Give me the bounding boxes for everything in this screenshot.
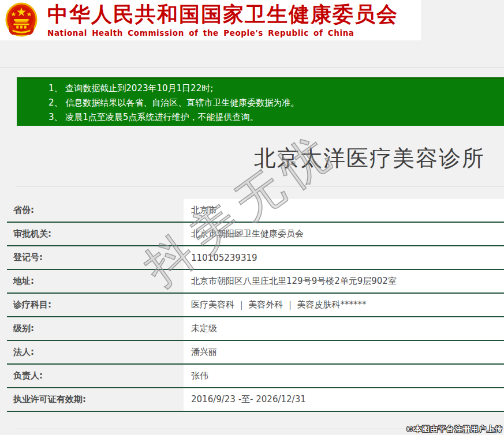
uploader-copyright-overlay: ©本图由平台注册用户上传 [406,424,503,434]
table-row: 登记号: 110105239319 [7,246,504,270]
row-label-approval-authority: 审批机关: [7,223,184,245]
row-value-registration-number: 110105239319 [184,246,504,269]
row-value-approval-authority: 北京市朝阳区卫生健康委员会 [184,223,504,245]
org-name-english: National Health Commission of the People… [47,28,398,38]
row-label-clinical-departments: 诊疗科目: [7,294,184,316]
header-titles: 中华人民共和国国家卫生健康委员会 National Health Commiss… [47,3,398,38]
table-row: 执业许可证有效期: 2016/9/23 -至- 2026/12/31 [7,388,504,412]
row-value-legal-person: 潘兴丽 [184,341,504,363]
table-row: 省份: 北京市 [7,199,504,223]
table-row: 法人: 潘兴丽 [7,341,504,365]
table-top-divider [16,186,504,187]
row-value-province: 北京市 [184,199,504,222]
row-label-license-validity: 执业许可证有效期: [7,388,184,411]
row-label-person-in-charge: 负责人: [7,365,184,387]
notice-line-1: 1、 查询数据截止到2023年10月1日22时; [48,81,498,96]
table-row: 审批机关: 北京市朝阳区卫生健康委员会 [7,223,504,246]
row-value-person-in-charge: 张伟 [184,365,504,387]
header-divider [0,68,504,68]
table-row: 地址: 北京市朝阳区八里庄北里129号9号楼2单元9层902室 [7,270,504,294]
site-header: 中华人民共和国国家卫生健康委员会 National Health Commiss… [0,0,421,40]
row-label-province: 省份: [7,199,184,222]
clinic-details-table: 省份: 北京市 审批机关: 北京市朝阳区卫生健康委员会 登记号: 1101052… [7,199,504,412]
table-row: 诊疗科目: 医疗美容科 ｜ 美容外科 ｜ 美容皮肤科****** [7,294,504,317]
notice-line-2: 2、 信息数据结果以各省、自治区、直辖市卫生健康委数据为准。 [48,96,498,110]
table-row: 负责人: 张伟 [7,365,504,388]
row-label-registration-number: 登记号: [7,246,184,269]
query-notice-box: 1、 查询数据截止到2023年10月1日22时; 2、 信息数据结果以各省、自治… [17,77,504,126]
table-row: 级别: 未定级 [7,317,504,341]
row-value-level: 未定级 [184,317,504,340]
row-value-clinical-departments: 医疗美容科 ｜ 美容外科 ｜ 美容皮肤科****** [184,294,504,316]
row-value-license-validity: 2016/9/23 -至- 2026/12/31 [184,388,504,411]
notice-line-3: 3、 凌晨1点至凌晨5点系统进行维护，不能提供查询。 [48,110,498,125]
page: 中华人民共和国国家卫生健康委员会 National Health Commiss… [0,0,504,435]
row-value-address: 北京市朝阳区八里庄北里129号9号楼2单元9层902室 [184,270,504,292]
org-name-chinese: 中华人民共和国国家卫生健康委员会 [47,3,398,25]
clinic-name-title: 北京太洋医疗美容诊所 [254,145,485,171]
row-label-address: 地址: [7,270,184,292]
row-label-level: 级别: [7,317,184,340]
row-label-legal-person: 法人: [7,341,184,363]
national-emblem-icon [5,2,38,38]
